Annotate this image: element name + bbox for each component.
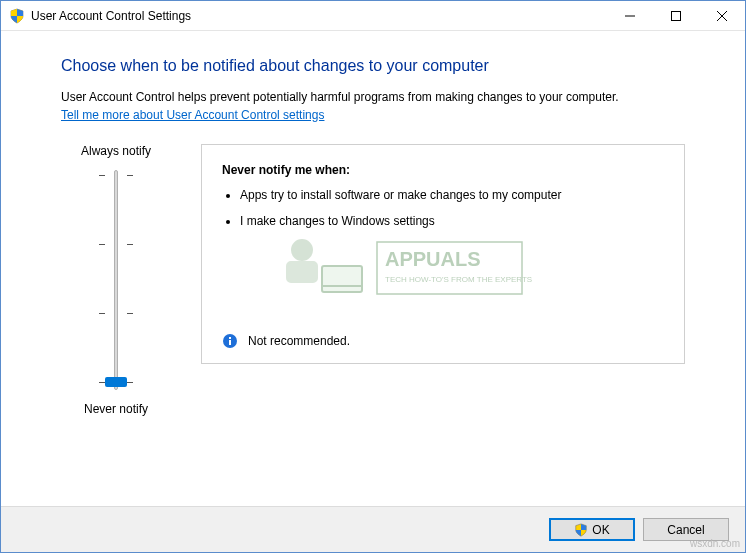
- svg-rect-1: [672, 11, 681, 20]
- slider-tick: [99, 313, 105, 315]
- site-watermark: wsxdn.com: [690, 538, 740, 549]
- slider-tick: [127, 244, 133, 246]
- detail-bullet-list: Apps try to install software or make cha…: [222, 187, 664, 239]
- ok-button-label: OK: [592, 523, 609, 537]
- slider-tick: [127, 382, 133, 384]
- maximize-icon: [671, 11, 681, 21]
- slider-thumb[interactable]: [105, 377, 127, 387]
- svg-line-3: [717, 11, 727, 21]
- recommendation-row: Not recommended.: [222, 333, 664, 349]
- svg-rect-6: [322, 266, 362, 292]
- window-controls: [607, 1, 745, 30]
- uac-shield-icon: [9, 8, 25, 24]
- svg-rect-8: [377, 242, 522, 294]
- minimize-button[interactable]: [607, 1, 653, 30]
- cancel-button-label: Cancel: [667, 523, 704, 537]
- svg-rect-13: [229, 337, 231, 339]
- level-detail-panel: Never notify me when: Apps try to instal…: [201, 144, 685, 364]
- close-icon: [717, 11, 727, 21]
- minimize-icon: [625, 11, 635, 21]
- dialog-footer: OK Cancel: [1, 506, 745, 552]
- info-icon: [222, 333, 238, 349]
- main-area: Always notify Never notify Never notify …: [61, 144, 685, 416]
- close-button[interactable]: [699, 1, 745, 30]
- slider-label-bottom: Never notify: [84, 402, 148, 416]
- slider-label-top: Always notify: [81, 144, 151, 158]
- svg-point-4: [292, 240, 312, 260]
- detail-bullet: Apps try to install software or make cha…: [240, 187, 664, 203]
- ok-button[interactable]: OK: [549, 518, 635, 541]
- help-link[interactable]: Tell me more about User Account Control …: [61, 108, 324, 122]
- svg-rect-5: [287, 262, 317, 282]
- detail-title: Never notify me when:: [222, 163, 664, 177]
- page-heading: Choose when to be notified about changes…: [61, 57, 685, 75]
- appuals-watermark: APPUALS TECH HOW-TO'S FROM THE EXPERTS!: [272, 228, 532, 321]
- maximize-button[interactable]: [653, 1, 699, 30]
- svg-rect-12: [229, 340, 231, 345]
- description-text: User Account Control helps prevent poten…: [61, 89, 685, 106]
- detail-bullet: I make changes to Windows settings: [240, 213, 664, 229]
- uac-settings-window: User Account Control Settings Choose whe…: [0, 0, 746, 553]
- content-area: Choose when to be notified about changes…: [1, 31, 745, 506]
- slider-track: [114, 170, 118, 390]
- notification-level-slider[interactable]: [91, 170, 141, 390]
- window-title: User Account Control Settings: [31, 9, 607, 23]
- slider-tick: [127, 175, 133, 177]
- slider-column: Always notify Never notify: [61, 144, 171, 416]
- uac-shield-icon: [574, 523, 588, 537]
- slider-tick: [99, 244, 105, 246]
- svg-text:APPUALS: APPUALS: [385, 248, 481, 270]
- titlebar[interactable]: User Account Control Settings: [1, 1, 745, 31]
- svg-text:TECH HOW-TO'S FROM THE EXPERTS: TECH HOW-TO'S FROM THE EXPERTS!: [385, 275, 532, 284]
- recommendation-text: Not recommended.: [248, 334, 350, 348]
- slider-tick: [99, 175, 105, 177]
- slider-tick: [127, 313, 133, 315]
- svg-line-2: [717, 11, 727, 21]
